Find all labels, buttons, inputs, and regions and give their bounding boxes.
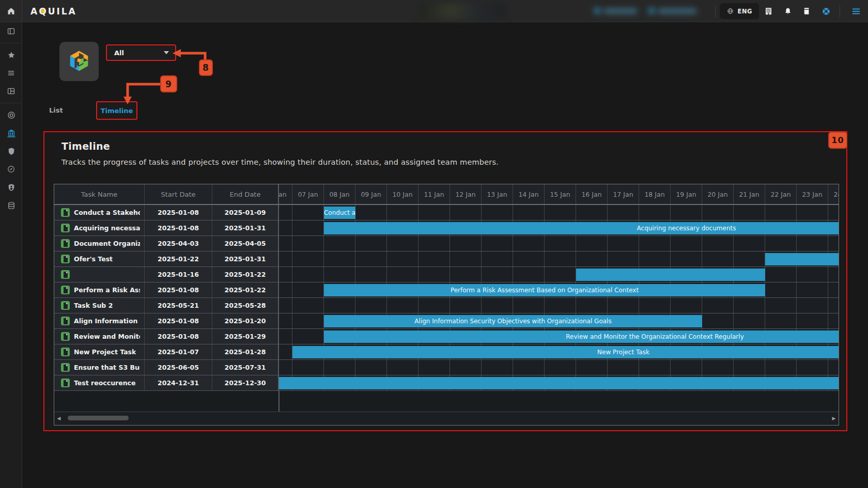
task-file-icon: [61, 363, 70, 372]
sidebar-item-compass[interactable]: [0, 160, 22, 178]
grid-column-line: [355, 236, 387, 251]
task-file-icon: [61, 255, 70, 263]
gantt-bar[interactable]: [279, 377, 839, 389]
notifications-button[interactable]: [778, 0, 797, 22]
task-file-icon: [61, 286, 70, 294]
gantt-bar[interactable]: Align Information Security Objectives wi…: [324, 315, 702, 327]
scroll-right-arrow[interactable]: ▶: [829, 412, 839, 424]
grid-column-line: [513, 360, 545, 375]
scroll-left-arrow[interactable]: ◀: [54, 412, 64, 424]
grid-column-line: [482, 360, 513, 375]
start-date-cell: 2025-05-21: [145, 298, 212, 313]
date-column-header: 08 Jan: [324, 184, 355, 204]
grid-column-line: [545, 267, 576, 282]
grid-column-line: [765, 236, 797, 251]
grid-column-line: [324, 236, 355, 251]
gantt-bar[interactable]: Conduct a: [324, 207, 355, 219]
end-date-value: 2025-05-28: [225, 302, 266, 309]
grid-column-line: [292, 360, 324, 375]
grid-column-line: [419, 205, 450, 220]
grid-column-line: [387, 236, 419, 251]
gantt-bar[interactable]: Review and Monitor the Organizational Co…: [324, 330, 839, 343]
grid-column-line: [387, 298, 419, 313]
gantt-task-row[interactable]: Document Organizatic2025-04-032025-04-05: [54, 236, 839, 251]
gantt-task-row[interactable]: Review and Monitor th2025-01-082025-01-2…: [54, 329, 839, 344]
gantt-task-row[interactable]: New Project Task2025-01-072025-01-28New …: [54, 344, 839, 360]
task-file-icon: [61, 208, 70, 217]
end-date-cell: 2025-01-31: [212, 251, 279, 266]
organization-button[interactable]: [759, 0, 778, 22]
gantt-bar-label: Conduct a: [324, 209, 355, 216]
gantt-row-date-area: New Project Task: [279, 344, 839, 359]
compass-icon: [6, 164, 16, 174]
home-button[interactable]: [0, 0, 22, 22]
support-button[interactable]: [816, 0, 835, 22]
sidebar-item-layout[interactable]: [0, 82, 22, 100]
gantt-bar[interactable]: [576, 269, 765, 281]
grid-column-line: [797, 360, 828, 375]
date-column-header: 18 Jan: [639, 184, 671, 204]
grid-column-line: [734, 360, 765, 375]
sidebar-item-database[interactable]: [0, 196, 22, 214]
docs-button[interactable]: [797, 0, 816, 22]
gantt-task-row[interactable]: Align Information Secu2025-01-082025-01-…: [54, 313, 839, 329]
gantt-task-row[interactable]: 2025-01-162025-01-22: [54, 267, 839, 282]
grid-column-line: [765, 282, 797, 297]
grid-column-line: [576, 236, 608, 251]
sidebar-item-bank[interactable]: [0, 124, 22, 142]
gantt-bar[interactable]: Perform a Risk Assessment Based on Organ…: [324, 284, 765, 296]
gantt-task-row[interactable]: Perform a Risk Assessr2025-01-082025-01-…: [54, 282, 839, 298]
docs-icon: [802, 7, 811, 15]
start-date-value: 2024-12-31: [158, 379, 199, 387]
grid-column-line: [450, 360, 482, 375]
start-date-value: 2025-01-08: [158, 209, 199, 216]
sidebar-item-gauge[interactable]: [0, 106, 22, 124]
tab-list[interactable]: List: [49, 106, 63, 114]
sidebar-item-panel-left[interactable]: [0, 22, 22, 40]
topbar-divider-1: [715, 5, 716, 18]
scrollbar-thumb[interactable]: [68, 416, 129, 420]
scrollbar-track[interactable]: [64, 412, 829, 424]
column-header-task-name: Task Name: [54, 184, 145, 204]
gantt-header-row: Task NameStart DateEnd Date06 Jan07 Jan0…: [54, 184, 839, 205]
column-header-start-date: Start Date: [145, 184, 212, 204]
filter-dropdown[interactable]: All: [106, 44, 176, 61]
grid-column-line: [608, 360, 639, 375]
start-date-cell: 2025-01-22: [145, 251, 212, 266]
grid-column-line: [450, 236, 482, 251]
start-date-cell: 2025-01-08: [145, 221, 212, 235]
gantt-bar[interactable]: Ofer's Test: [765, 253, 839, 265]
gantt-task-row[interactable]: Ensure that S3 Buckets2025-06-052025-07-…: [54, 360, 839, 375]
gantt-bar[interactable]: Acquiring necessary documents: [324, 222, 839, 234]
sidebar-item-shield[interactable]: [0, 142, 22, 160]
grid-column-line: [576, 360, 608, 375]
grid-column-line: [355, 298, 387, 313]
grid-column-line: [734, 236, 765, 251]
main-menu-button[interactable]: [844, 0, 868, 22]
annotation-badge-10: 10: [828, 132, 847, 149]
grid-column-line: [702, 298, 734, 313]
gantt-task-row[interactable]: Ofer's Test2025-01-222025-01-31Ofer's Te…: [54, 251, 839, 267]
date-column-header: 07 Jan: [292, 184, 324, 204]
grid-column-line: [797, 267, 828, 282]
grid-column-line: [292, 251, 324, 266]
bank-icon: [6, 128, 17, 138]
language-button[interactable]: ENG: [720, 3, 759, 19]
tab-timeline[interactable]: Timeline: [96, 101, 137, 120]
grid-column-line: [765, 298, 797, 313]
sidebar-item-star[interactable]: [0, 46, 22, 64]
sidebar-item-menu-lines[interactable]: [0, 64, 22, 82]
sidebar-item-shield-user[interactable]: [0, 178, 22, 196]
gantt-task-row[interactable]: Test reoccurence2024-12-312025-12-30: [54, 375, 839, 391]
gantt-task-row[interactable]: Conduct a Stakeholde2025-01-082025-01-09…: [54, 205, 839, 221]
task-name-label: Perform a Risk Assessr: [74, 286, 140, 294]
gantt-task-row[interactable]: Task Sub 22025-05-212025-05-28: [54, 298, 839, 313]
grid-column-line: [482, 205, 513, 220]
date-column-header: 12 Jan: [450, 184, 482, 204]
project-logo-tile[interactable]: [59, 42, 99, 81]
gantt-bar[interactable]: New Project Task: [292, 346, 839, 358]
grid-column-line: [702, 205, 734, 220]
gantt-task-row[interactable]: Acquiring necessary d2025-01-082025-01-3…: [54, 221, 839, 236]
start-date-cell: 2025-01-08: [145, 329, 212, 344]
grid-column-line: [702, 313, 734, 328]
